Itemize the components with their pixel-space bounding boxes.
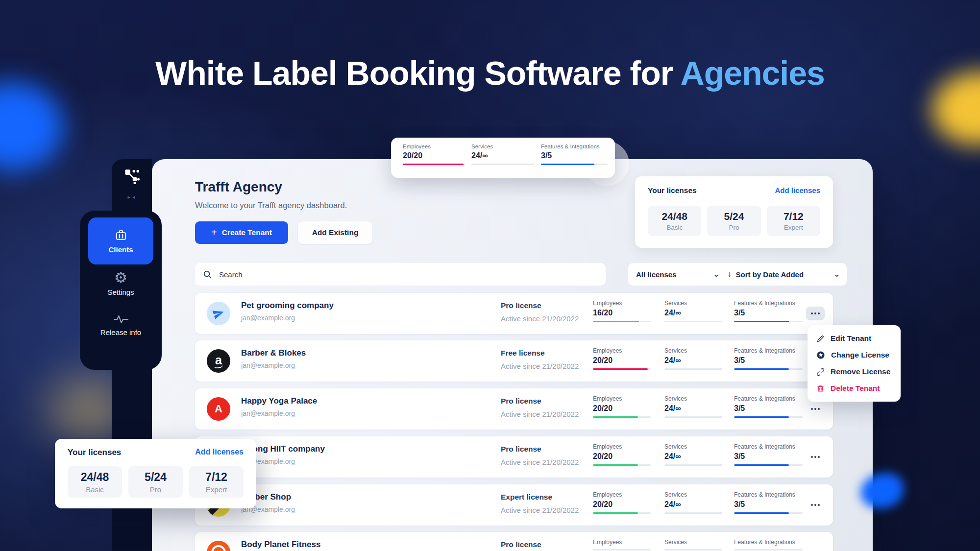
license-type: Pro license bbox=[501, 445, 541, 454]
add-existing-button[interactable]: Add Existing bbox=[298, 221, 372, 244]
employees-stat: Employees 20/20 bbox=[593, 443, 651, 466]
page: { "hero": { "title": "White Label Bookin… bbox=[0, 0, 980, 551]
row-menu-button[interactable] bbox=[806, 402, 825, 416]
row-menu-button[interactable] bbox=[806, 307, 825, 320]
license-active-since: Active since 21/20/2022 bbox=[501, 506, 579, 514]
paper-plane-logo bbox=[211, 306, 226, 321]
chevron-down-icon: ⌄ bbox=[713, 272, 719, 277]
collapse-sidebar-icon[interactable]: ▸◂ bbox=[122, 194, 143, 200]
progress-bar bbox=[664, 512, 722, 514]
menu-item-delete-tenant[interactable]: Delete Tenant bbox=[808, 380, 901, 397]
dashboard-title: Trafft Agency bbox=[195, 179, 282, 195]
license-active-since: Active since 21/20/2022 bbox=[501, 410, 579, 418]
tenant-row: Barber Shop jan@example.org Expert licen… bbox=[195, 484, 833, 526]
license-filter-dropdown[interactable]: All licenses ⌄ bbox=[628, 263, 727, 286]
avatar-letter: a bbox=[215, 353, 222, 367]
sidebar-item-label: Clients bbox=[108, 245, 133, 254]
menu-item-remove-license[interactable]: Remove License bbox=[808, 363, 901, 380]
add-licenses-link[interactable]: Add licenses bbox=[775, 186, 820, 194]
page-title: White Label Booking Software for Agencie… bbox=[0, 54, 980, 92]
tenant-email: jan@example.org bbox=[241, 361, 295, 369]
stat-services: Services 24/∞ bbox=[471, 144, 534, 165]
create-tenant-button[interactable]: + Create Tenant bbox=[195, 221, 288, 244]
features-stat: Features & Integrations 3/5 bbox=[734, 491, 803, 514]
services-stat: Services 24/∞ bbox=[664, 491, 722, 514]
license-active-since: Active since 21/20/2022 bbox=[501, 458, 579, 466]
decor-blob-blue-left bbox=[0, 82, 64, 170]
add-licenses-link[interactable]: Add licenses bbox=[195, 448, 244, 456]
services-stat: Services 24/∞ bbox=[664, 300, 722, 322]
license-active-since: Active since 21/20/2022 bbox=[501, 314, 579, 323]
licenses-title: Your licenses bbox=[68, 448, 121, 457]
employees-stat: Employees 16/20 bbox=[593, 300, 651, 322]
progress-bar bbox=[664, 368, 722, 370]
tenant-avatar bbox=[207, 302, 230, 325]
tenant-email: jan@example.org bbox=[241, 409, 295, 417]
features-stat: Features & Integrations 3/5 bbox=[734, 300, 803, 322]
tenant-row: Body Planet Fitness Pro license Employee… bbox=[195, 532, 833, 551]
sidebar-item-settings[interactable]: ⚙ Settings bbox=[80, 270, 162, 296]
features-stat: Features & Integrations 3/5 bbox=[734, 443, 803, 466]
progress-bar bbox=[734, 368, 803, 370]
sidebar-item-release-info[interactable]: Release info bbox=[80, 313, 162, 336]
license-type: Pro license bbox=[501, 301, 541, 310]
features-stat: Features & Integrations 3/5 bbox=[734, 347, 803, 370]
tenant-name: Happy Yoga Palace bbox=[241, 396, 317, 406]
progress-bar bbox=[593, 416, 651, 418]
tenant-row: Strong HIIT company jan@example.org Pro … bbox=[195, 436, 833, 478]
tenant-row: A Happy Yoga Palace jan@example.org Pro … bbox=[195, 388, 833, 430]
row-menu-button[interactable] bbox=[806, 498, 825, 512]
progress-bar bbox=[734, 512, 803, 514]
tenant-avatar: A bbox=[207, 397, 230, 421]
row-context-menu: Edit Tenant Change License Remove Licens… bbox=[808, 325, 901, 402]
pulse-icon bbox=[113, 313, 129, 325]
licenses-card-bottom: Your licenses Add licenses 24/48 Basic 5… bbox=[55, 439, 256, 508]
menu-item-change-license[interactable]: Change License bbox=[808, 347, 901, 363]
tenant-email: jan@example.org bbox=[241, 314, 295, 322]
progress-bar bbox=[471, 164, 534, 165]
trafft-logo bbox=[124, 169, 140, 185]
license-type: Free license bbox=[501, 349, 545, 358]
progress-bar bbox=[664, 549, 722, 551]
tenant-name: Body Planet Fitness bbox=[241, 540, 320, 550]
services-stat: Services bbox=[664, 539, 722, 551]
license-type: Expert license bbox=[501, 493, 552, 502]
dashboard-subtitle: Welcome to your Trafft agency dashboard. bbox=[195, 201, 347, 210]
search-input[interactable] bbox=[218, 270, 563, 279]
row-menu-button[interactable] bbox=[806, 546, 825, 551]
arrow-down-icon: ↓ bbox=[727, 269, 732, 279]
trash-icon bbox=[816, 384, 825, 393]
tenant-name: Pet grooming company bbox=[241, 301, 334, 311]
row-menu-button[interactable] bbox=[806, 450, 825, 464]
progress-bar bbox=[664, 416, 722, 418]
employees-stat: Employees 20/20 bbox=[593, 347, 651, 370]
tenant-avatar: a bbox=[207, 349, 230, 373]
sidebar-item-label: Settings bbox=[107, 288, 134, 296]
sort-dropdown[interactable]: ↓ Sort by Date Added ⌄ bbox=[720, 263, 847, 286]
features-stat: Features & Integrations 3/5 bbox=[734, 395, 803, 418]
progress-bar bbox=[734, 549, 803, 551]
stat-employees: Employees 20/20 bbox=[403, 144, 466, 165]
employees-stat: Employees bbox=[593, 539, 651, 551]
tenant-row: a Barber & Blokes jan@example.org Free l… bbox=[195, 340, 833, 382]
license-tile-expert: 7/12 Expert bbox=[767, 206, 820, 236]
briefcase-icon bbox=[115, 229, 127, 241]
license-tile-pro: 5/24 Pro bbox=[707, 206, 760, 236]
progress-bar bbox=[593, 321, 651, 322]
tenant-name: Barber & Blokes bbox=[241, 348, 306, 358]
search-bar bbox=[195, 263, 606, 286]
license-tile-basic: 24/48 Basic bbox=[648, 206, 701, 236]
plus-icon: + bbox=[211, 227, 217, 238]
license-tile-pro: 5/24 Pro bbox=[128, 466, 183, 498]
gear-icon: ⚙ bbox=[80, 270, 162, 285]
progress-bar bbox=[734, 464, 803, 466]
employees-stat: Employees 20/20 bbox=[593, 491, 651, 514]
licenses-card-top: Your licenses Add licenses 24/48 Basic 5… bbox=[635, 176, 833, 248]
stat-features: Features & Integrations 3/5 bbox=[541, 144, 608, 165]
menu-item-edit-tenant[interactable]: Edit Tenant bbox=[808, 330, 901, 347]
page-title-main: White Label Booking Software for bbox=[155, 54, 673, 92]
license-active-since: Active since 21/20/2022 bbox=[501, 362, 579, 370]
license-tile-basic: 24/48 Basic bbox=[68, 466, 122, 498]
progress-bar bbox=[593, 464, 651, 466]
sidebar-item-clients[interactable]: Clients bbox=[88, 217, 153, 264]
